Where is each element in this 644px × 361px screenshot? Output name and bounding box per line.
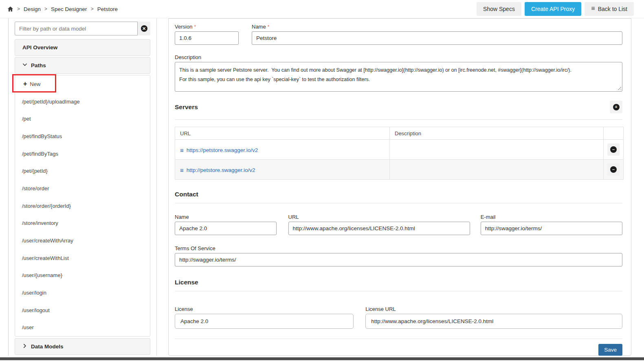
servers-heading: Servers — [175, 103, 198, 111]
version-label: Version* — [175, 24, 239, 30]
add-server-button[interactable]: + — [610, 101, 622, 113]
sidebar-path-item[interactable]: /store/order/{orderId} — [15, 197, 150, 215]
servers-header-row: URL Description — [175, 127, 624, 140]
clear-filter-button[interactable]: ✕ — [138, 22, 150, 35]
name-input[interactable] — [252, 31, 622, 45]
chevron-right-icon — [22, 343, 27, 350]
paths-list-panel: + New /pet/{petId}/uploadImage/pet/pet/f… — [15, 75, 150, 337]
paths-list: /pet/{petId}/uploadImage/pet/pet/findByS… — [15, 93, 150, 337]
plus-circle-icon: + — [613, 104, 620, 110]
drag-handle-icon[interactable]: ≡ — [180, 167, 184, 174]
sidebar-item-data-models[interactable]: Data Models — [15, 338, 150, 355]
contact-url-label: URL — [288, 214, 470, 220]
spec-navigator-sidebar: ✕ API Overview Paths + New /pet/{petId}/… — [8, 18, 157, 356]
server-url-cell: ≡http://petstore.swagger.io/v2 — [175, 160, 390, 180]
license-url-label: License URL — [365, 306, 622, 312]
list-icon: ≡ — [591, 5, 595, 12]
contact-url-input[interactable] — [288, 222, 470, 235]
sidebar-path-item[interactable]: /user/login — [15, 284, 150, 302]
sidebar-path-item[interactable]: /pet/{petId} — [15, 162, 150, 180]
contact-name-input[interactable] — [175, 222, 277, 235]
header-actions: Show Specs Create API Proxy ≡ Back to Li… — [477, 2, 644, 16]
plus-icon: + — [23, 80, 27, 88]
terms-of-service-label: Terms Of Service — [175, 245, 622, 251]
license-heading: License — [175, 279, 622, 286]
url-column-header: URL — [175, 127, 390, 140]
divider — [175, 203, 622, 203]
server-row: ≡http://petstore.swagger.io/v2− — [175, 160, 624, 180]
description-column-header: Description — [390, 127, 604, 140]
breadcrumb-current-spec: Petstore — [97, 6, 118, 12]
top-bar: > Design > Spec Designer > Petstore Show… — [0, 0, 644, 18]
paths-header-label: Paths — [31, 62, 46, 68]
show-specs-button[interactable]: Show Specs — [477, 2, 521, 16]
server-url-link[interactable]: http://petstore.swagger.io/v2 — [187, 167, 255, 173]
sidebar-item-new-path[interactable]: + New — [15, 75, 150, 93]
server-url-cell: ≡https://petstore.swagger.io/v2 — [175, 140, 390, 160]
sidebar-item-paths[interactable]: Paths — [15, 57, 150, 74]
sidebar-path-item[interactable]: /user/createWithList — [15, 249, 150, 267]
filter-row: ✕ — [15, 22, 150, 35]
divider — [175, 339, 622, 339]
create-api-proxy-label: Create API Proxy — [531, 6, 575, 12]
remove-server-button[interactable]: − — [607, 163, 620, 176]
sidebar-path-item[interactable]: /pet/findByTags — [15, 145, 150, 163]
breadcrumb: > Design > Spec Designer > Petstore — [0, 6, 118, 12]
name-label: Name* — [252, 24, 622, 30]
home-icon[interactable] — [7, 6, 13, 12]
create-api-proxy-button[interactable]: Create API Proxy — [525, 2, 581, 16]
server-actions-cell: − — [604, 160, 624, 180]
drag-handle-icon[interactable]: ≡ — [180, 147, 184, 154]
license-label: License — [175, 306, 354, 312]
server-description-cell — [390, 140, 604, 160]
required-asterisk: * — [194, 24, 196, 30]
remove-server-button[interactable]: − — [607, 143, 620, 156]
contact-email-label: E-mail — [481, 214, 622, 220]
spec-details-panel: Version* Name* Description This is a sam… — [168, 18, 631, 356]
actions-column-header — [604, 127, 624, 140]
horizontal-scrollbar[interactable] — [0, 357, 644, 360]
server-url-link[interactable]: https://petstore.swagger.io/v2 — [187, 147, 258, 153]
license-input[interactable] — [175, 314, 354, 329]
contact-heading: Contact — [175, 191, 622, 198]
breadcrumb-separator: > — [17, 6, 20, 12]
sidebar-path-item[interactable]: /pet — [15, 110, 150, 128]
clear-icon: ✕ — [141, 25, 147, 32]
new-path-label: New — [30, 81, 40, 87]
divider — [175, 291, 622, 291]
terms-of-service-input[interactable] — [175, 253, 622, 266]
chevron-down-icon — [22, 62, 27, 68]
servers-table: URL Description ≡https://petstore.swagge… — [175, 127, 624, 180]
sidebar-path-item[interactable]: /user/{username} — [15, 267, 150, 284]
sidebar-item-api-overview[interactable]: API Overview — [15, 39, 150, 56]
divider — [175, 119, 622, 120]
back-to-list-label: Back to List — [598, 6, 627, 12]
data-models-label: Data Models — [31, 343, 64, 350]
breadcrumb-spec-designer[interactable]: Spec Designer — [51, 6, 87, 12]
breadcrumb-separator: > — [91, 6, 94, 12]
server-description-cell — [390, 160, 604, 180]
sidebar-path-item[interactable]: /store/order — [15, 180, 150, 197]
sidebar-path-item[interactable]: /user/createWithArray — [15, 232, 150, 249]
api-overview-label: API Overview — [22, 44, 57, 51]
contact-email-input[interactable] — [481, 222, 622, 235]
sidebar-path-item[interactable]: /pet/{petId}/uploadImage — [15, 93, 150, 110]
contact-name-label: Name — [175, 214, 277, 220]
license-url-input[interactable] — [365, 314, 622, 329]
filter-input[interactable] — [15, 22, 138, 35]
description-label: Description — [175, 54, 622, 60]
sidebar-path-item[interactable]: /user — [15, 319, 150, 337]
breadcrumb-design[interactable]: Design — [24, 6, 41, 12]
version-input[interactable] — [175, 31, 239, 45]
minus-circle-icon: − — [610, 146, 617, 153]
save-button[interactable]: Save — [598, 344, 622, 356]
sidebar-path-item[interactable]: /user/logout — [15, 302, 150, 319]
sidebar-path-item[interactable]: /store/inventory — [15, 215, 150, 232]
server-row: ≡https://petstore.swagger.io/v2− — [175, 140, 624, 160]
back-to-list-button[interactable]: ≡ Back to List — [585, 2, 634, 16]
description-textarea[interactable]: This is a sample server Petstore server.… — [175, 62, 622, 92]
sidebar-path-item[interactable]: /pet/findByStatus — [15, 128, 150, 145]
breadcrumb-separator: > — [44, 6, 47, 12]
minus-circle-icon: − — [610, 166, 617, 173]
server-actions-cell: − — [604, 140, 624, 160]
